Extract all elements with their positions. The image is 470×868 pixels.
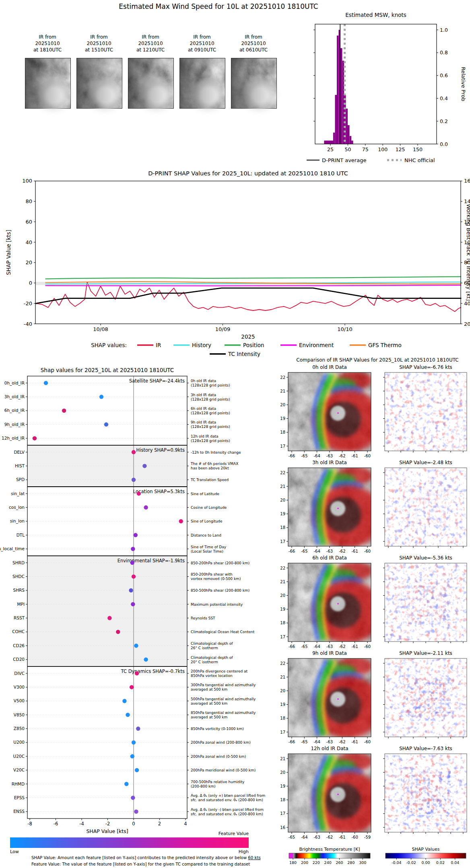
- legend-Position: Position: [243, 342, 264, 348]
- feature-label-V850: V850: [14, 712, 25, 717]
- svg-text:-61: -61: [339, 835, 345, 839]
- legend-GFS-Thermo: GFS Thermo: [368, 342, 402, 348]
- svg-text:Low: Low: [10, 849, 19, 854]
- svg-text:(128x128 grid points): (128x128 grid points): [191, 411, 230, 415]
- svg-text:Climatological depth of: Climatological depth of: [191, 656, 233, 660]
- svg-text:850-200hPa shear with: 850-200hPa shear with: [191, 572, 233, 576]
- svg-text:-64: -64: [313, 549, 320, 553]
- svg-text:0.02: 0.02: [436, 860, 445, 865]
- ir-shap-comparison-panel: Comparison of IR SHAP Values for 2025_10…: [282, 356, 470, 868]
- svg-text:125: 125: [396, 146, 405, 152]
- feature-dot-SHRD: [130, 561, 134, 565]
- svg-text:16: 16: [280, 825, 285, 830]
- shap-colorbar-title: SHAP Values: [412, 847, 440, 852]
- feature-label-SHDC: SHDC: [12, 574, 25, 579]
- svg-text:850hPa tangential wind azimuth: 850hPa tangential wind azimuthally: [191, 711, 256, 715]
- feature-label-sin_local_time: sin_local_time: [0, 546, 25, 551]
- svg-text:22: 22: [280, 471, 285, 475]
- legend-nhc-official: NHC official: [404, 157, 435, 163]
- legend-title: SHAP values:: [91, 342, 127, 348]
- feature-label-V500: V500: [14, 698, 25, 703]
- feature-dot-RSST: [107, 616, 111, 620]
- svg-text:-63: -63: [326, 740, 333, 744]
- svg-text:averaged at 500 km: averaged at 500 km: [191, 701, 227, 706]
- feature-dot-sin_local_time: [131, 547, 135, 551]
- svg-text:150: 150: [413, 146, 423, 152]
- svg-text:21: 21: [280, 580, 285, 584]
- svg-text:Climatological Ocean Heat Cont: Climatological Ocean Heat Content: [191, 630, 255, 634]
- feature-dot-U20C: [130, 754, 134, 758]
- ir-panel-title: 0h old IR Data: [312, 364, 347, 370]
- timeseries-ylabel-left: SHAP Value [kts]: [5, 230, 12, 275]
- svg-text:9h old IR data: 9h old IR data: [191, 420, 216, 424]
- svg-text:-40: -40: [24, 321, 32, 327]
- svg-text:10/09: 10/09: [215, 326, 230, 332]
- timeseries-ylabel-right: Working Best Track TC Intensity [kt]: [466, 204, 470, 301]
- feature-label-DELV: DELV: [14, 450, 25, 455]
- svg-text:-64: -64: [313, 644, 320, 649]
- svg-text:19: 19: [280, 416, 285, 421]
- svg-text:10/08: 10/08: [93, 326, 108, 332]
- feature-label-12h_old_IR: 12h_old_IR: [2, 436, 25, 441]
- legend-Environment: Environment: [299, 342, 334, 348]
- timeseries-xlabel: 2025: [241, 333, 255, 340]
- svg-text:-8: -8: [27, 821, 32, 827]
- svg-text:-12h to 0h Intensity change: -12h to 0h Intensity change: [191, 450, 241, 455]
- svg-text:17: 17: [280, 730, 285, 734]
- svg-text:-4: -4: [79, 821, 84, 827]
- svg-text:sfc. and saturated env. θₑ (20: sfc. and saturated env. θₑ (200-800 km): [191, 798, 263, 802]
- histogram-ylabel: Relative Prob: [460, 67, 466, 101]
- shap-panel-title: SHAP Value=-5.36 kts: [399, 555, 452, 561]
- svg-text:-0.02: -0.02: [406, 860, 416, 865]
- svg-text:17: 17: [280, 539, 285, 544]
- svg-text:-61: -61: [351, 454, 358, 458]
- svg-text:850-200hPa shear (200-800 km): 850-200hPa shear (200-800 km): [191, 561, 249, 565]
- svg-text:0: 0: [29, 280, 32, 286]
- dotplot-title: Shap values for 2025_10L at 20251010 181…: [41, 367, 174, 373]
- svg-text:21: 21: [280, 675, 285, 679]
- svg-text:-0.04: -0.04: [392, 860, 402, 865]
- svg-text:-62: -62: [326, 835, 333, 839]
- feature-value-colorbar-title: Feature Value: [219, 831, 249, 836]
- svg-text:averaged at 500 km: averaged at 500 km: [191, 715, 227, 719]
- svg-text:Sine of Longitude: Sine of Longitude: [191, 519, 223, 523]
- svg-text:22: 22: [280, 566, 285, 570]
- feature-label-MPI: MPI: [17, 602, 25, 607]
- svg-text:-63: -63: [326, 644, 333, 649]
- svg-text:0.4: 0.4: [440, 95, 448, 101]
- feature-label-Z850: Z850: [14, 726, 25, 731]
- svg-text:0.6: 0.6: [440, 72, 448, 78]
- svg-text:(200-800 km): (200-800 km): [191, 784, 215, 788]
- ir-satellite-thumbnail: [179, 58, 225, 109]
- svg-text:-63: -63: [313, 835, 320, 839]
- svg-text:(128x128 grid points): (128x128 grid points): [191, 397, 230, 401]
- legend-History: History: [192, 342, 211, 348]
- svg-text:-64: -64: [313, 740, 320, 744]
- feature-dot-sin_lon: [179, 519, 183, 523]
- feature-dot-sin_lat: [137, 492, 141, 496]
- feature-label-CD26: CD26: [13, 643, 25, 648]
- feature-label-0h_old_IR: 0h_old_IR: [4, 381, 25, 386]
- svg-text:-2: -2: [105, 821, 110, 827]
- svg-text:40: 40: [25, 239, 32, 245]
- comparison-title: Comparison of IR SHAP Values for 2025_10…: [296, 357, 458, 363]
- svg-text:18: 18: [280, 716, 285, 720]
- feature-dot-3h_old_IR: [99, 395, 103, 399]
- svg-text:-63: -63: [326, 549, 333, 553]
- svg-text:(128x128 grid points): (128x128 grid points): [191, 439, 230, 443]
- ir-satellite-thumbnail: [128, 58, 174, 109]
- footnote-feature-value: Feature Value: The value of the feature …: [31, 862, 250, 866]
- comparison-row-4: 12h old IR DataSHAP Value=-7.63 kts21201…: [280, 746, 467, 839]
- feature-dot-V300: [130, 685, 134, 689]
- legend-IR: IR: [156, 342, 161, 348]
- svg-text:20: 20: [280, 403, 285, 407]
- svg-text:18: 18: [280, 430, 285, 434]
- feature-dot-DELV: [132, 450, 136, 454]
- svg-text:26° C isotherm: 26° C isotherm: [191, 646, 218, 650]
- svg-text:-6: -6: [54, 821, 58, 827]
- feature-label-6h_old_IR: 6h_old_IR: [4, 408, 25, 413]
- shap-colorbar: [385, 853, 466, 858]
- svg-text:-60: -60: [364, 549, 371, 553]
- svg-text:Sine of Time of Day: Sine of Time of Day: [191, 545, 227, 549]
- comparison-row-1: 3h old IR DataSHAP Value=-2.48 kts222120…: [280, 460, 467, 553]
